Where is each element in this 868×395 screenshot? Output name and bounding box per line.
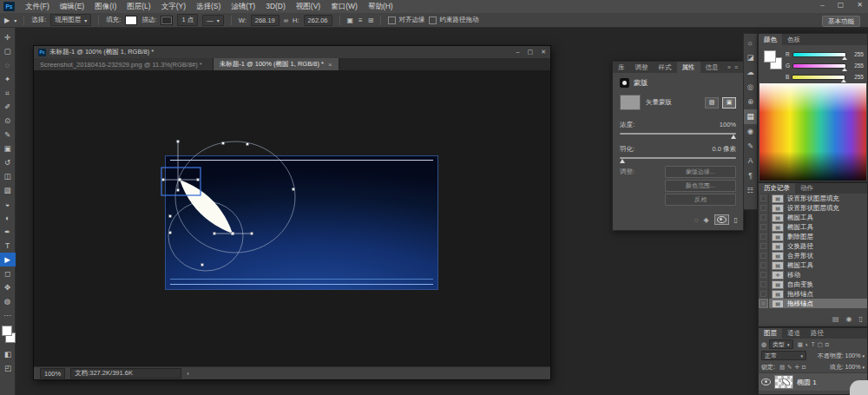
history-source-well[interactable] [759, 289, 769, 299]
foreground-color-swatch[interactable] [764, 50, 776, 63]
document-tab[interactable]: Screenshot_20180416-232929.png @ 11.3%(R… [34, 58, 214, 70]
zoom-tool[interactable]: ◍ [0, 294, 16, 308]
color-swatches-widget[interactable] [764, 50, 785, 71]
pixel-filter-icon[interactable]: ▦ [798, 341, 803, 348]
layer-thumbnail[interactable] [774, 375, 793, 389]
type-tool[interactable]: T [0, 239, 16, 253]
history-state-row[interactable]: ▤ 删除图层 [759, 232, 867, 241]
path-editing-overlay[interactable] [155, 133, 307, 273]
history-source-well[interactable] [759, 222, 769, 232]
history-source-well[interactable] [759, 232, 769, 241]
apply-mask-icon[interactable]: ◈ [703, 216, 708, 224]
lock-pixels-icon[interactable]: ✎ [787, 364, 792, 371]
edit-toolbar-icon[interactable]: ⋯ [0, 308, 16, 322]
blue-slider[interactable] [792, 75, 845, 80]
close-icon[interactable]: ✕ [541, 49, 546, 56]
menu-item[interactable]: 图像(I) [95, 2, 116, 12]
paragraph-icon[interactable]: ¶ [744, 168, 757, 183]
feather-slider-handle[interactable] [620, 159, 625, 163]
rectangular-marquee-tool[interactable]: ▢ [0, 44, 16, 58]
maximize-icon[interactable]: ▢ [528, 49, 534, 56]
fill-swatch[interactable] [125, 16, 137, 25]
history-state-row[interactable]: ▤ 拖移锚点 [759, 299, 867, 308]
delete-mask-icon[interactable]: ▯ [734, 216, 738, 224]
fill-value[interactable]: 100% [845, 364, 861, 370]
menu-item[interactable]: 窗口(W) [331, 2, 358, 12]
color-spectrum-ramp[interactable] [760, 83, 866, 181]
minimize-icon[interactable]: – [516, 49, 520, 56]
add-vector-mask-icon[interactable]: ▣ [722, 97, 736, 109]
history-state-row[interactable]: ▤ 椭圆工具 [759, 260, 867, 270]
add-pixel-mask-icon[interactable]: ▨ [705, 97, 719, 109]
brush-settings-icon[interactable]: ✎ [744, 139, 757, 154]
width-input[interactable]: 268.19 [251, 15, 279, 26]
dodge-tool[interactable]: ◐ [0, 211, 16, 225]
stroke-swatch[interactable] [161, 16, 173, 25]
foreground-color-swatch[interactable] [2, 326, 12, 336]
history-state-row[interactable]: ▤ 拖移锚点 [759, 289, 867, 299]
quick-mask-mode-icon[interactable]: ◧ [0, 347, 16, 361]
foreground-background-swatches[interactable] [0, 325, 16, 347]
height-input[interactable]: 262.06 [304, 15, 332, 26]
shape-tool[interactable]: ◻ [0, 267, 16, 280]
panel-tab[interactable]: 信息 [700, 62, 724, 73]
menu-item[interactable]: 选择(S) [196, 2, 220, 12]
history-state-row[interactable]: ▤ 椭圆工具 [759, 222, 867, 232]
red-value[interactable]: 255 [850, 51, 864, 57]
blur-tool[interactable]: ◒ [0, 197, 16, 211]
mask-edge-button[interactable]: 蒙版边缘... [665, 166, 736, 178]
history-source-well[interactable] [759, 299, 769, 308]
lasso-tool[interactable]: ◌ [0, 58, 16, 72]
mask-thumbnail[interactable] [620, 95, 641, 110]
stroke-style-dropdown[interactable]: — ▾ [202, 15, 224, 26]
menu-item[interactable]: 文字(Y) [161, 2, 186, 12]
status-expand-icon[interactable]: › [187, 370, 189, 378]
panel-tab[interactable]: 路径 [806, 328, 829, 339]
clone-stamp-tool[interactable]: ▣ [0, 142, 16, 155]
link-dimensions-icon[interactable]: ∞ [284, 16, 288, 24]
layer-filter-dropdown[interactable]: 类型 ▾ [769, 339, 793, 349]
density-value[interactable]: 100% [720, 121, 736, 129]
panel-menu-icon[interactable]: ≡ [734, 64, 738, 70]
histogram-icon[interactable]: ◪ [744, 50, 757, 65]
green-value[interactable]: 255 [850, 63, 864, 69]
history-source-well[interactable] [759, 203, 769, 213]
green-slider-handle[interactable] [842, 68, 847, 71]
path-alignment-icon[interactable]: ≡ [358, 16, 363, 24]
collapse-panel-icon[interactable]: » [727, 64, 731, 70]
history-brush-tool[interactable]: ↺ [0, 155, 16, 169]
opacity-value[interactable]: 100% [845, 352, 861, 359]
layer-visibility-eye-icon[interactable] [761, 379, 771, 385]
density-slider[interactable] [620, 133, 736, 135]
libraries-icon[interactable]: ☁ [744, 65, 757, 80]
navigator-icon[interactable]: ◎ [744, 80, 757, 95]
history-source-well[interactable] [759, 213, 769, 222]
panel-tab[interactable]: 通道 [782, 328, 806, 339]
leaf-shape[interactable] [180, 180, 233, 234]
document-tab[interactable]: 未标题-1 @ 100% (椭圆 1, RGB/8) * × [214, 58, 339, 70]
menu-item[interactable]: 编辑(E) [60, 2, 84, 12]
menu-item[interactable]: 3D(D) [266, 2, 286, 12]
menu-item[interactable]: 滤镜(T) [231, 2, 255, 12]
move-tool[interactable]: ✛ [0, 30, 16, 44]
panel-tab[interactable]: 属性 [677, 62, 700, 73]
spot-healing-brush-tool[interactable]: ⊙ [0, 114, 16, 128]
minimize-icon[interactable]: – [820, 1, 824, 9]
feather-slider[interactable] [620, 157, 736, 159]
blue-value[interactable]: 255 [850, 74, 864, 80]
adjustment-filter-icon[interactable]: ◐ [806, 341, 809, 348]
tab-close-icon[interactable]: × [328, 61, 332, 69]
history-state-row[interactable]: ▤ 合并形状 [759, 251, 867, 260]
path-operations-icon[interactable]: ▣ [347, 16, 354, 24]
canvas-viewport[interactable] [34, 70, 550, 366]
constrain-path-drag-checkbox[interactable]: 约束路径拖动 [429, 16, 478, 24]
load-selection-from-mask-icon[interactable]: ◌ [694, 216, 699, 224]
invert-button[interactable]: 反相 [665, 194, 736, 206]
menu-item[interactable]: 帮助(H) [368, 2, 393, 12]
pen-tool[interactable]: ✒ [0, 225, 16, 239]
info-icon[interactable]: ◉ [744, 124, 757, 139]
stroke-width-field[interactable]: 1 点 [177, 14, 198, 26]
menu-item[interactable]: 视图(V) [296, 2, 320, 12]
layer-name[interactable]: 椭圆 1 [797, 378, 817, 387]
blend-mode-dropdown[interactable]: 正常 ▾ [761, 351, 806, 360]
